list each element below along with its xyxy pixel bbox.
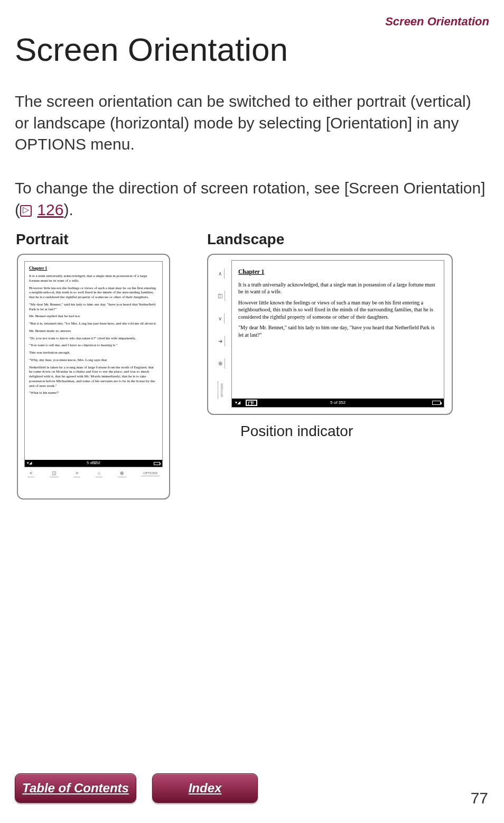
down-icon: ∨: [217, 313, 225, 323]
landscape-page-count: 5 of 352: [330, 400, 346, 406]
landscape-screen: Chapter 1 It is a truth universally ackn…: [231, 260, 444, 408]
portrait-text: This was invitation enough.: [29, 350, 158, 355]
signal-icon: ▾◢: [27, 461, 32, 466]
page-ref-link[interactable]: 126: [37, 201, 63, 218]
up-icon: ∧: [217, 269, 225, 279]
book-icon: ◫: [217, 291, 225, 301]
portrait-text: Mr. Bennet made no answer.: [29, 329, 158, 334]
portrait-text: Mr. Bennet replied that he had not.: [29, 314, 158, 319]
landscape-device-buttons: ∧ ◫ ∨ ➜ ⊕ OPTIONS: [213, 260, 228, 408]
landscape-text: "My dear Mr. Bennet," said his lady to h…: [238, 324, 437, 338]
page-ref-icon: [20, 205, 32, 217]
options-label: OPTIONS: [218, 381, 225, 399]
book-icon: ◫: [50, 470, 59, 477]
portrait-text: "Why, my dear, you must know, Mrs. Long …: [29, 358, 158, 363]
prev-icon: <: [27, 470, 34, 477]
header-breadcrumb: Screen Orientation: [385, 15, 489, 29]
battery-icon: [432, 401, 441, 405]
position-indicator-caption: Position indicator: [240, 423, 353, 440]
page-number: 77: [471, 789, 488, 807]
portrait-text: It is a truth universally acknowledged, …: [29, 274, 158, 283]
landscape-text: However little known the feelings or vie…: [238, 299, 437, 321]
next-icon: >: [73, 470, 80, 477]
intro-paragraph-1: The screen orientation can be switched t…: [15, 91, 489, 155]
landscape-chapter-heading: Chapter 1: [238, 268, 437, 276]
landscape-device-illustration: ∧ ◫ ∨ ➜ ⊕ OPTIONS Chapter 1 It is a trut…: [207, 254, 453, 415]
landscape-text: It is a truth universally acknowledged, …: [238, 281, 437, 295]
portrait-text: "But it is, returned she; "for Mrs. Long…: [29, 321, 158, 326]
signal-icon: ▾◢: [235, 400, 240, 406]
portrait-chapter-heading: Chapter 1: [29, 266, 158, 271]
table-of-contents-button[interactable]: Table of Contents: [15, 773, 136, 803]
portrait-screen: Chapter 1 It is a truth universally ackn…: [24, 261, 163, 467]
portrait-text: "You want to tell me, and I have no obje…: [29, 343, 158, 348]
index-button[interactable]: Index: [152, 773, 258, 803]
para2-prefix: To change the direction of screen rotati…: [15, 179, 486, 218]
landscape-heading: Landscape: [207, 231, 284, 248]
portrait-device-buttons: < ◫ > ⌂ ⊕ OPTIONS: [24, 470, 163, 477]
portrait-status-bar: ▾◢ S 5 of 352: [25, 460, 162, 467]
page-title: Screen Orientation: [15, 31, 288, 68]
home-icon: ⌂: [96, 470, 102, 477]
portrait-text: Netherfield is taken by a young man of l…: [29, 365, 158, 389]
home-icon: ➜: [217, 336, 225, 346]
landscape-status-bar: ▾◢ 5 of 352: [232, 399, 444, 407]
zoom-icon: ⊕: [118, 470, 126, 477]
para2-suffix: ).: [63, 201, 73, 218]
zoom-icon: ⊕: [217, 358, 225, 368]
intro-paragraph-2: To change the direction of screen rotati…: [15, 178, 489, 220]
portrait-text: "What is his name?": [29, 391, 158, 395]
options-label: OPTIONS: [141, 471, 160, 476]
portrait-device-illustration: Chapter 1 It is a truth universally ackn…: [17, 254, 170, 500]
portrait-text: "Do you not want to know who has taken i…: [29, 336, 158, 341]
portrait-heading: Portrait: [16, 231, 69, 248]
portrait-page-count: 5 of 352: [87, 461, 100, 466]
position-indicator-icon: [246, 400, 257, 406]
portrait-text: "My dear Mr. Bennet," said his lady to h…: [29, 302, 158, 312]
battery-icon: [154, 462, 160, 465]
portrait-text: However little known the feelings or vie…: [29, 286, 158, 300]
